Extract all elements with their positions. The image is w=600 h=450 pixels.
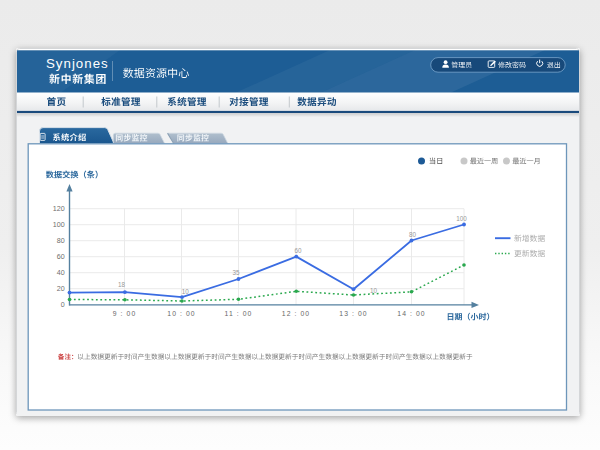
svg-text:10: 10 [182,288,190,295]
svg-text:11 : 00: 11 : 00 [225,310,253,317]
svg-text:100: 100 [456,215,467,222]
svg-text:60: 60 [57,253,65,261]
svg-text:120: 120 [53,205,65,213]
svg-text:35: 35 [232,269,240,276]
svg-text:40: 40 [57,269,65,277]
svg-text:Synjones: Synjones [46,56,109,71]
svg-text:100: 100 [53,221,65,229]
svg-text:18: 18 [118,281,126,288]
svg-text:20: 20 [57,285,65,293]
svg-text:12 : 00: 12 : 00 [282,310,311,317]
svg-text:13 : 00: 13 : 00 [339,310,368,317]
svg-text:80: 80 [57,237,65,245]
svg-text:80: 80 [409,231,417,238]
svg-text:0: 0 [61,301,65,309]
svg-text:10: 10 [370,287,378,294]
svg-text:60: 60 [294,247,302,254]
svg-text:14 : 00: 14 : 00 [397,310,426,317]
svg-text:10 : 00: 10 : 00 [167,310,196,317]
svg-text:9 : 00: 9 : 00 [113,310,137,317]
